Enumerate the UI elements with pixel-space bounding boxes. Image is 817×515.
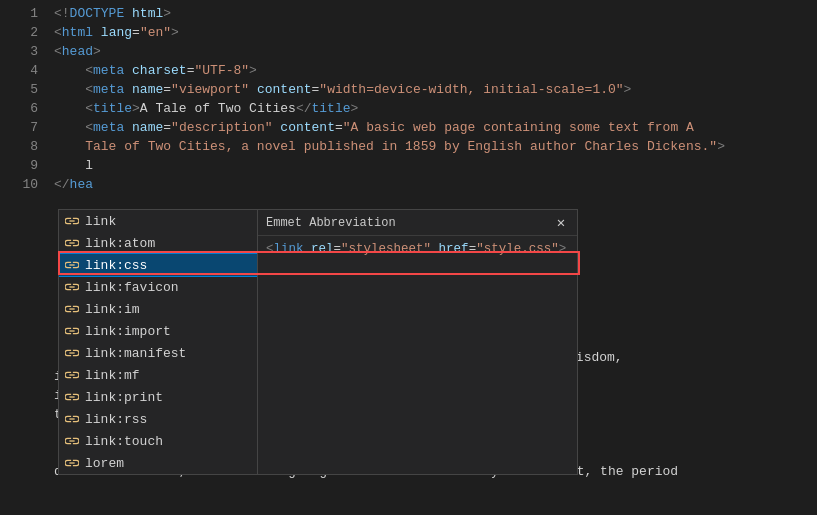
autocomplete-item-link-mf[interactable]: link:mf bbox=[59, 364, 257, 386]
autocomplete-list: link link:atom bbox=[58, 209, 258, 475]
autocomplete-item-link-css[interactable]: link:css bbox=[59, 254, 257, 276]
code-line: 3 <head> bbox=[0, 42, 817, 61]
item-label-link: link bbox=[85, 214, 116, 229]
code-line: 8 Tale of Two Cities, a novel published … bbox=[0, 137, 817, 156]
item-label-link-favicon: link:favicon bbox=[85, 280, 179, 295]
code-line: 7 <meta name="description" content="A ba… bbox=[0, 118, 817, 137]
item-label-lorem: lorem bbox=[85, 456, 124, 471]
code-line: 9 l bbox=[0, 156, 817, 175]
snippet-icon bbox=[65, 346, 79, 360]
snippet-icon bbox=[65, 324, 79, 338]
code-line: 1 <!DOCTYPE html> bbox=[0, 4, 817, 23]
autocomplete-item-link-import[interactable]: link:import bbox=[59, 320, 257, 342]
snippet-icon bbox=[65, 434, 79, 448]
autocomplete-item-link-touch[interactable]: link:touch bbox=[59, 430, 257, 452]
editor-area: 1 <!DOCTYPE html> 2 <html lang="en"> 3 <… bbox=[0, 0, 817, 515]
snippet-icon bbox=[65, 412, 79, 426]
autocomplete-item-link-print[interactable]: link:print bbox=[59, 386, 257, 408]
emmet-title: Emmet Abbreviation bbox=[266, 216, 396, 230]
snippet-icon bbox=[65, 258, 79, 272]
item-label-link-print: link:print bbox=[85, 390, 163, 405]
snippet-icon bbox=[65, 280, 79, 294]
item-label-link-atom: link:atom bbox=[85, 236, 155, 251]
autocomplete-container: link link:atom bbox=[58, 209, 578, 475]
snippet-icon bbox=[65, 456, 79, 470]
emmet-content: <link rel="stylesheet" href="style.css"> bbox=[258, 236, 577, 262]
snippet-icon bbox=[65, 214, 79, 228]
autocomplete-item-link-favicon[interactable]: link:favicon bbox=[59, 276, 257, 298]
close-icon[interactable]: ✕ bbox=[553, 215, 569, 231]
item-label-link-rss: link:rss bbox=[85, 412, 147, 427]
item-label-link-touch: link:touch bbox=[85, 434, 163, 449]
autocomplete-item-link-im[interactable]: link:im bbox=[59, 298, 257, 320]
item-label-link-import: link:import bbox=[85, 324, 171, 339]
item-label-link-manifest: link:manifest bbox=[85, 346, 186, 361]
item-label-link-css: link:css bbox=[85, 258, 147, 273]
code-line: 6 <title>A Tale of Two Cities</title> bbox=[0, 99, 817, 118]
emmet-header: Emmet Abbreviation ✕ bbox=[258, 210, 577, 236]
code-line: 4 <meta charset="UTF-8"> bbox=[0, 61, 817, 80]
code-line: 2 <html lang="en"> bbox=[0, 23, 817, 42]
autocomplete-item-lorem[interactable]: lorem bbox=[59, 452, 257, 474]
snippet-icon bbox=[65, 302, 79, 316]
item-label-link-mf: link:mf bbox=[85, 368, 140, 383]
code-line: 5 <meta name="viewport" content="width=d… bbox=[0, 80, 817, 99]
autocomplete-item-link-atom[interactable]: link:atom bbox=[59, 232, 257, 254]
snippet-icon bbox=[65, 236, 79, 250]
emmet-panel: Emmet Abbreviation ✕ <link rel="styleshe… bbox=[258, 209, 578, 475]
autocomplete-item-link-manifest[interactable]: link:manifest bbox=[59, 342, 257, 364]
autocomplete-item-link-rss[interactable]: link:rss bbox=[59, 408, 257, 430]
snippet-icon bbox=[65, 368, 79, 382]
snippet-icon bbox=[65, 390, 79, 404]
autocomplete-item-link[interactable]: link bbox=[59, 210, 257, 232]
item-label-link-im: link:im bbox=[85, 302, 140, 317]
code-line: 10 </hea bbox=[0, 175, 817, 194]
